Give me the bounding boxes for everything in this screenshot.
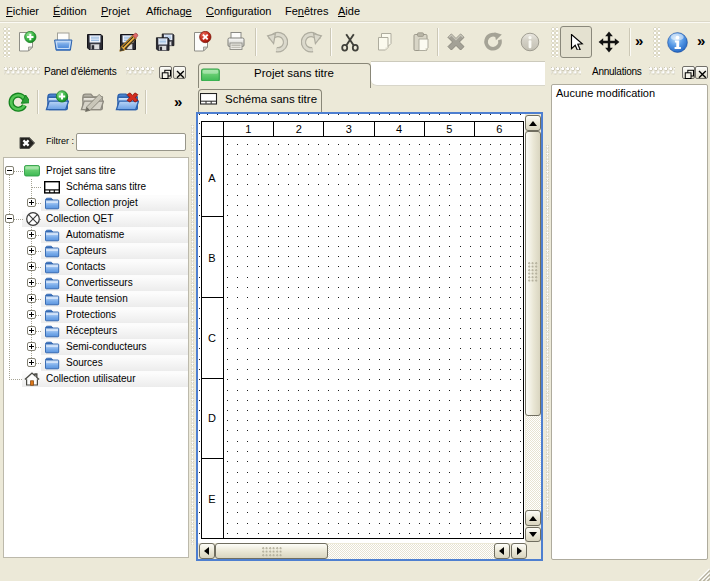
svg-text:2: 2 [296,123,302,135]
svg-text:5: 5 [446,123,452,135]
svg-text:C: C [208,332,216,344]
svg-text:E: E [208,493,215,505]
svg-text:6: 6 [496,123,502,135]
svg-text:D: D [208,412,216,424]
svg-text:1: 1 [245,123,251,135]
svg-text:A: A [208,172,216,184]
svg-text:4: 4 [396,123,402,135]
svg-text:3: 3 [346,123,352,135]
svg-text:B: B [208,252,215,264]
